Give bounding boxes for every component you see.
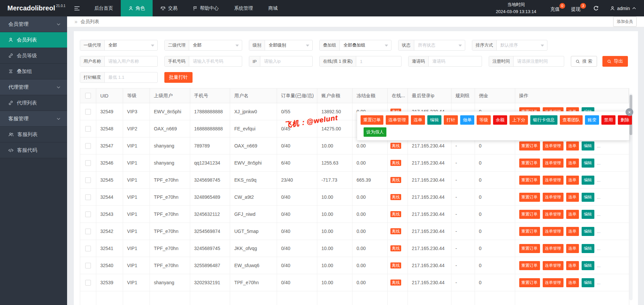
withdraw-button[interactable]: 提现 3 — [567, 4, 587, 12]
row-checkbox[interactable] — [85, 280, 91, 286]
popup-action-button[interactable]: 打针 — [444, 115, 458, 125]
popup-action-button[interactable]: 查看团队 — [560, 115, 583, 125]
row-more-actions[interactable]: ... — [597, 246, 601, 251]
row-action-orange-button[interactable]: 连单管理 — [543, 193, 564, 202]
row-action-orange-button[interactable]: 重置订单 — [519, 141, 540, 150]
row-checkbox[interactable] — [85, 263, 91, 268]
row-checkbox[interactable] — [85, 211, 91, 217]
popup-action-button[interactable]: 银行卡信息 — [530, 115, 557, 125]
row-action-orange-button[interactable]: 重置订单 — [519, 278, 540, 287]
filter-select-sort[interactable]: 排序方式默认排序 — [472, 40, 547, 51]
filter-input-invite[interactable]: 邀请码邀请码 — [408, 56, 482, 67]
row-action-teal-button[interactable]: 编辑 — [582, 278, 594, 287]
row-action-orange-button[interactable]: 连单 — [566, 141, 579, 150]
row-action-teal-button[interactable]: 编辑 — [582, 176, 594, 185]
sidebar-item-service-list[interactable]: 客服列表 — [0, 127, 67, 142]
row-action-orange-button[interactable]: 连单管理 — [543, 176, 564, 185]
row-action-orange-button[interactable]: 重置订单 — [519, 159, 540, 168]
row-action-orange-button[interactable]: 重置订单 — [519, 244, 540, 253]
nav-item-mall[interactable]: 商城 — [261, 0, 285, 16]
row-checkbox[interactable] — [85, 109, 91, 115]
row-checkbox[interactable] — [85, 246, 91, 251]
filter-select-agent2[interactable]: 二级代理全部 — [164, 40, 242, 51]
filter-input-phone[interactable]: 手机号码请输入手机号码 — [164, 56, 242, 67]
nav-item-trade[interactable]: 交易 — [153, 0, 185, 16]
row-more-actions[interactable]: ... — [597, 161, 601, 166]
row-more-actions[interactable]: ... — [597, 195, 601, 200]
row-action-orange-button[interactable]: 重置订单 — [519, 193, 540, 202]
sidebar-group-member-manage[interactable]: 会员管理 — [0, 16, 67, 32]
popup-close-icon[interactable]: × — [626, 108, 633, 116]
filter-select-status[interactable]: 状态所有状态 — [398, 40, 465, 51]
popup-action-button[interactable]: 连单管理 — [386, 115, 409, 125]
row-action-orange-button[interactable]: 连单管理 — [543, 210, 564, 219]
row-checkbox[interactable] — [85, 229, 91, 234]
row-action-orange-button[interactable]: 重置订单 — [519, 176, 540, 185]
refresh-icon[interactable] — [587, 6, 605, 11]
popup-action-button[interactable]: 重置订单 — [361, 115, 383, 125]
row-more-actions[interactable]: ... — [597, 280, 601, 285]
export-button[interactable]: 导出 — [602, 56, 628, 67]
row-action-teal-button[interactable]: 编辑 — [582, 261, 594, 270]
row-action-orange-button[interactable]: 重置订单 — [519, 261, 540, 270]
row-more-actions[interactable]: ... — [597, 263, 601, 268]
search-button[interactable]: 搜 索 — [571, 56, 597, 67]
popup-action-button[interactable]: 账变 — [585, 115, 599, 125]
popup-action-button[interactable]: 设为假人 — [364, 127, 386, 137]
row-action-orange-button[interactable]: 连单管理 — [543, 141, 564, 150]
popup-action-button[interactable]: 编辑 — [427, 115, 441, 125]
row-action-teal-button[interactable]: 编辑 — [582, 210, 594, 219]
row-action-orange-button[interactable]: 连单 — [566, 261, 579, 270]
row-action-orange-button[interactable]: 连单 — [566, 193, 579, 202]
sidebar-item-service-code[interactable]: 客服代码 — [0, 142, 67, 158]
filter-input-regtime[interactable]: 注册时间请选择注册时间 — [489, 56, 564, 67]
sidebar-group-service-manage[interactable]: 客服管理 — [0, 111, 67, 127]
sidebar-item-member-level[interactable]: 会员等级 — [0, 48, 67, 64]
row-action-orange-button[interactable]: 连单 — [566, 159, 579, 168]
row-action-teal-button[interactable]: 编辑 — [582, 141, 594, 150]
filter-select-stack[interactable]: 叠加组全部叠加组 — [319, 40, 391, 51]
row-checkbox[interactable] — [85, 126, 91, 132]
row-action-orange-button[interactable]: 连单 — [566, 278, 579, 287]
popup-action-button[interactable]: 禁用 — [601, 115, 615, 125]
popup-action-button[interactable]: 余额 — [493, 115, 507, 125]
row-checkbox[interactable] — [85, 194, 91, 200]
popup-action-button[interactable]: 做单 — [460, 115, 474, 125]
popup-action-button[interactable]: 删除 — [618, 115, 632, 125]
nav-item-role[interactable]: 角色 — [121, 0, 153, 16]
row-action-orange-button[interactable]: 连单管理 — [543, 159, 564, 168]
row-action-orange-button[interactable]: 连单 — [566, 210, 579, 219]
row-more-actions[interactable]: ... — [597, 229, 601, 234]
sidebar-toggle-icon[interactable] — [67, 0, 87, 16]
add-member-button[interactable]: 添加会员 — [613, 16, 637, 27]
filter-select-agent1[interactable]: 一级代理全部 — [80, 40, 158, 51]
select-all-checkbox[interactable] — [85, 93, 91, 99]
nav-item-home[interactable]: 后台首页 — [87, 0, 121, 16]
row-action-orange-button[interactable]: 重置订单 — [519, 227, 540, 236]
nav-item-help[interactable]: 帮助中心 — [185, 0, 226, 16]
row-checkbox[interactable] — [85, 177, 91, 183]
row-action-orange-button[interactable]: 连单管理 — [543, 261, 564, 270]
row-more-actions[interactable]: ... — [597, 143, 601, 148]
filter-select-level[interactable]: 级别全部级别 — [249, 40, 313, 51]
row-action-teal-button[interactable]: 编辑 — [582, 159, 594, 168]
row-action-orange-button[interactable]: 连单管理 — [543, 227, 564, 236]
row-action-teal-button[interactable]: 编辑 — [582, 244, 594, 253]
row-more-actions[interactable]: ... — [597, 178, 601, 183]
popup-action-button[interactable]: 等级 — [477, 115, 491, 125]
row-action-orange-button[interactable]: 连单 — [566, 244, 579, 253]
popup-action-button[interactable]: 上下分 — [509, 115, 528, 125]
row-more-actions[interactable]: ... — [597, 212, 601, 217]
popup-action-button[interactable]: 连单 — [411, 115, 425, 125]
user-menu[interactable]: admin — [605, 6, 644, 11]
sidebar-item-agent-list[interactable]: 代理列表 — [0, 95, 67, 111]
row-action-orange-button[interactable]: 连单 — [566, 227, 579, 236]
row-action-teal-button[interactable]: 编辑 — [582, 227, 594, 236]
batch-needle-button[interactable]: 批量打针 — [164, 72, 193, 83]
row-action-orange-button[interactable]: 重置订单 — [519, 210, 540, 219]
filter-input-needle[interactable]: 打针幅度最低 1.1 — [80, 72, 158, 83]
row-action-orange-button[interactable]: 连单管理 — [543, 244, 564, 253]
filter-input-ip[interactable]: IP请输入ip — [249, 56, 313, 67]
sidebar-group-agent-manage[interactable]: 代理管理 — [0, 79, 67, 95]
row-action-teal-button[interactable]: 编辑 — [582, 193, 594, 202]
